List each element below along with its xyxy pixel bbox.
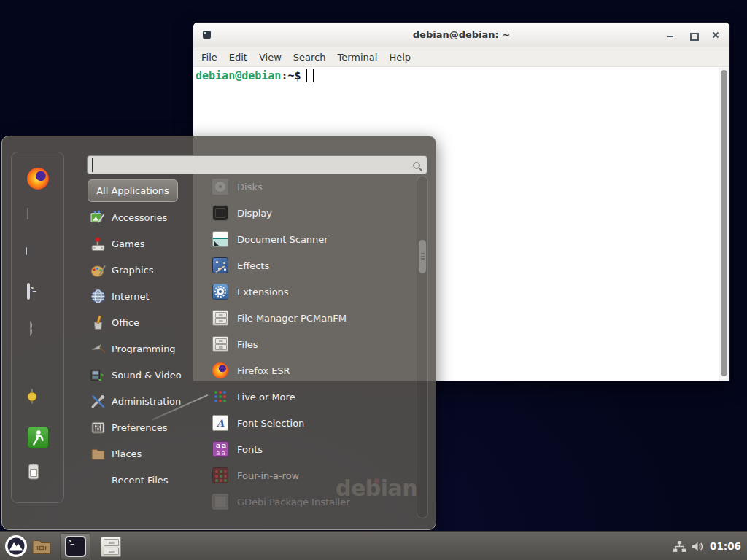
system-tray: 01:06	[673, 532, 741, 560]
app-item-effects[interactable]: Effects	[209, 252, 415, 279]
clock[interactable]: 01:06	[710, 540, 741, 552]
app-label: Fonts	[237, 444, 263, 455]
menu-terminal[interactable]: Terminal	[337, 52, 377, 63]
category-recent-files[interactable]: Recent Files	[88, 467, 204, 493]
app-label: File Manager PCManFM	[237, 313, 347, 324]
file-manager-button[interactable]	[101, 537, 121, 557]
terminal-window-button[interactable]	[60, 533, 90, 559]
app-label: Effects	[237, 260, 269, 271]
terminal-icon[interactable]	[27, 283, 30, 300]
lock-screen-icon[interactable]	[31, 389, 33, 404]
file-cabinet-icon[interactable]	[30, 321, 31, 336]
terminal-icon	[65, 536, 86, 557]
terminal-menubar: File Edit View Search Terminal Help	[193, 47, 729, 67]
svg-text:♪: ♪	[98, 371, 104, 383]
network-icon[interactable]	[673, 541, 686, 552]
volume-icon[interactable]	[692, 541, 704, 552]
category-label: Graphics	[112, 265, 153, 276]
category-label: Administration	[112, 396, 181, 407]
app-item-display[interactable]: Display	[209, 200, 415, 226]
category-places[interactable]: Places	[88, 440, 204, 467]
menu-search[interactable]: Search	[293, 52, 326, 63]
app-label: Display	[237, 208, 272, 219]
file-cabinet-icon	[212, 310, 228, 326]
terminal-prompt: debian@debian:~$	[196, 69, 314, 82]
prompt-user-host: debian@debian	[196, 69, 281, 82]
document-scanner-icon	[212, 231, 228, 247]
app-item-font-selection[interactable]: Font Selection	[209, 410, 415, 436]
app-item-fonts[interactable]: Fonts	[209, 436, 415, 462]
category-label: Sound & Video	[112, 370, 182, 381]
app-label: Document Scanner	[237, 234, 328, 245]
category-internet[interactable]: Internet	[88, 283, 204, 309]
application-list: Disks Display Document Scanner Effects E…	[209, 174, 415, 515]
administration-icon	[90, 394, 106, 409]
office-icon	[90, 315, 106, 330]
app-label: Four-in-a-row	[237, 470, 299, 481]
terminal-scrollbar-thumb[interactable]	[721, 70, 727, 376]
fonts-icon	[212, 441, 228, 457]
app-item-files[interactable]: Files	[209, 331, 415, 357]
close-button[interactable]	[711, 30, 721, 40]
category-label: Accessories	[112, 212, 167, 223]
terminal-cursor	[306, 69, 314, 82]
category-sound-video[interactable]: ♪ Sound & Video	[88, 362, 204, 388]
menu-view[interactable]: View	[259, 52, 282, 63]
app-item-disks[interactable]: Disks	[209, 174, 415, 200]
category-list: Accessories Games Graphics Internet Offi…	[88, 204, 204, 493]
app-item-four-in-a-row[interactable]: Four-in-a-row	[209, 462, 415, 489]
firefox-icon[interactable]	[27, 168, 49, 190]
menu-scrollbar-thumb[interactable]	[418, 239, 427, 274]
category-label: All Applications	[96, 185, 169, 196]
sound-video-icon: ♪	[90, 368, 106, 383]
four-in-a-row-icon	[212, 467, 228, 483]
menu-file[interactable]: File	[201, 52, 217, 63]
games-icon	[90, 236, 106, 252]
favorites-column	[11, 152, 64, 503]
app-item-firefox-esr[interactable]: Firefox ESR	[209, 357, 415, 384]
app-item-gdebi[interactable]: GDebi Package Installer	[209, 489, 415, 515]
distro-menu-icon[interactable]	[4, 534, 28, 558]
app-item-extensions[interactable]: Extensions	[209, 279, 415, 305]
display-icon	[212, 205, 228, 221]
maximize-button[interactable]	[688, 30, 698, 40]
terminal-titlebar[interactable]: debian@debian: ~	[193, 23, 729, 47]
search-input[interactable]	[92, 158, 406, 172]
shutdown-icon[interactable]	[33, 464, 34, 479]
app-item-file-manager-pcmanfm[interactable]: File Manager PCManFM	[209, 305, 415, 331]
window-title: debian@debian: ~	[193, 29, 729, 40]
category-accessories[interactable]: Accessories	[88, 204, 204, 230]
desktop-folder-button[interactable]	[31, 536, 53, 558]
category-games[interactable]: Games	[88, 230, 204, 257]
category-programming[interactable]: Programming	[88, 335, 204, 362]
category-label: Internet	[112, 291, 150, 302]
category-label: Games	[112, 238, 144, 249]
menu-help[interactable]: Help	[389, 52, 411, 63]
app-label: Files	[237, 339, 258, 350]
minimize-button[interactable]	[665, 30, 676, 40]
terminal-scrollbar-track[interactable]	[719, 67, 729, 381]
menu-edit[interactable]: Edit	[229, 52, 247, 63]
extensions-icon	[212, 284, 228, 300]
menu-scrollbar-track[interactable]	[417, 176, 428, 518]
app-item-five-or-more[interactable]: Five or More	[209, 384, 415, 410]
places-icon	[90, 446, 106, 462]
category-all-applications[interactable]: All Applications	[88, 179, 178, 202]
app-item-document-scanner[interactable]: Document Scanner	[209, 226, 415, 252]
category-administration[interactable]: Administration	[88, 388, 204, 414]
preferences-icon	[90, 420, 106, 435]
programming-icon	[90, 341, 106, 357]
logout-icon[interactable]	[27, 427, 49, 448]
effects-icon	[212, 257, 228, 273]
firefox-icon	[212, 362, 228, 378]
category-label: Recent Files	[112, 475, 169, 486]
category-graphics[interactable]: Graphics	[88, 257, 204, 283]
file-cabinet-icon	[212, 336, 228, 352]
category-preferences[interactable]: Preferences	[88, 414, 204, 440]
accessories-icon	[90, 210, 106, 225]
category-office[interactable]: Office	[88, 309, 204, 335]
gdebi-icon	[212, 494, 228, 510]
category-label: Preferences	[112, 422, 167, 433]
taskbar: 01:06	[0, 531, 747, 560]
category-label: Places	[112, 448, 142, 459]
